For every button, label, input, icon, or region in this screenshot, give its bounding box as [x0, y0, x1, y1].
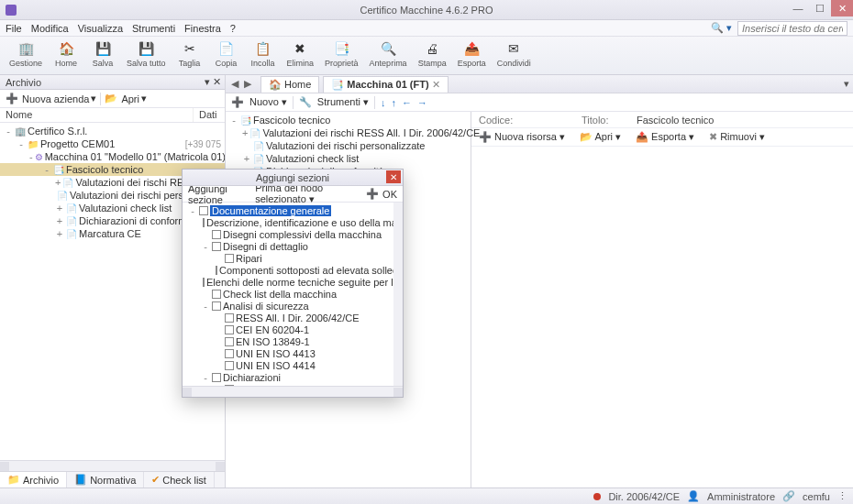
dialog-tree-node[interactable]: UNI EN ISO 4414 — [183, 359, 393, 371]
right-tree-node[interactable]: 📄Valutazioni dei rischi personalizzate — [226, 139, 471, 152]
status-dir: Dir. 2006/42/CE — [608, 491, 680, 502]
prop-nuova-risorsa[interactable]: ➕ Nuova risorsa ▾ — [479, 131, 565, 143]
checkbox[interactable] — [203, 218, 205, 227]
col-nome[interactable]: Nome — [0, 108, 194, 122]
minimize-button[interactable]: — — [787, 0, 809, 16]
col-dati[interactable]: Dati — [194, 108, 225, 122]
tree-node[interactable]: -🏢Certifico S.r.l. — [0, 125, 225, 137]
dialog-tree-node[interactable]: -Dichiarazioni — [183, 371, 393, 383]
doc-tab[interactable]: 🏠Home — [260, 76, 319, 93]
new-icon: ➕ — [231, 96, 244, 108]
dialog-tree[interactable]: -Documentazione generaleDescrizione, ide… — [183, 203, 403, 386]
dialog-tree-node[interactable]: Disegni complessivi della macchina — [183, 228, 393, 240]
tree-node[interactable]: -⚙Macchina 01 "Modello 01" (Matricola 01… — [0, 150, 225, 163]
nav-right-icon[interactable]: → — [417, 97, 427, 108]
titolo-value: Fascicolo tecnico — [637, 115, 714, 126]
dialog-tree-node[interactable]: Componenti sottoposti ad elevata solleci… — [183, 264, 393, 276]
checkbox[interactable] — [212, 242, 221, 251]
tree-header: Nome Dati — [0, 108, 225, 123]
menu-strumenti[interactable]: Strumenti — [132, 23, 175, 34]
tools-button[interactable]: Strumenti ▾ — [317, 96, 369, 108]
ribbon-home[interactable]: 🏠Home — [48, 38, 84, 72]
close-button[interactable]: ✕ — [831, 0, 853, 16]
menu-file[interactable]: File — [6, 23, 22, 34]
checkbox[interactable] — [225, 313, 234, 323]
ribbon-copia[interactable]: 📄Copia — [208, 38, 245, 72]
dialog-tree-node[interactable]: -Documentazione generale — [183, 204, 393, 216]
tabs-dropdown-icon[interactable]: ▾ — [844, 78, 849, 90]
dialog-titlebar[interactable]: Aggiungi sezioni ✕ — [183, 170, 403, 186]
ok-button[interactable]: OK — [382, 189, 397, 200]
properties-panel: Codice: Titolo: Fascicolo tecnico ➕ Nuov… — [471, 112, 853, 488]
new-button[interactable]: Nuovo ▾ — [249, 96, 287, 108]
menu-help[interactable]: ? — [230, 23, 236, 34]
left-tab-check-list[interactable]: ✔Check list — [144, 472, 215, 488]
prop-apri[interactable]: 📂 Apri ▾ — [580, 131, 621, 143]
dialog-tree-node[interactable]: Elenchi delle norme tecniche seguite per… — [183, 276, 393, 288]
right-tree-node[interactable]: -📑Fascicolo tecnico — [226, 114, 471, 126]
checkbox[interactable] — [203, 278, 205, 287]
open-button[interactable]: Apri ▾ — [121, 93, 147, 104]
checkbox[interactable] — [225, 349, 234, 358]
ribbon-elimina[interactable]: ✖Elimina — [282, 38, 320, 72]
checkbox[interactable] — [216, 266, 217, 275]
checkbox[interactable] — [225, 337, 234, 346]
dialog-toolbar: Aggiungi sezione Prima del nodo selezion… — [183, 186, 403, 203]
checkbox[interactable] — [225, 325, 234, 334]
left-pane-close-icon[interactable]: ▾ ✕ — [205, 76, 221, 88]
search-icon[interactable]: 🔍 ▾ — [711, 22, 732, 34]
dialog-scrollbar[interactable] — [183, 386, 403, 397]
checkbox[interactable] — [212, 301, 221, 311]
prop-rimuovi[interactable]: ✖ Rimuovi ▾ — [709, 131, 765, 143]
status-extra-icon[interactable]: ⋮ — [837, 490, 847, 502]
tab-nav-arrows[interactable]: ◀▶ — [229, 78, 253, 90]
ribbon-condividi[interactable]: ✉Condividi — [492, 38, 537, 72]
dialog-tree-node[interactable]: -Disegni di dettaglio — [183, 240, 393, 252]
ribbon-incolla[interactable]: 📋Incolla — [245, 38, 282, 72]
menu-modifica[interactable]: Modifica — [31, 23, 69, 34]
ribbon-proprietà[interactable]: 📑Proprietà — [319, 38, 364, 72]
doc-tab[interactable]: 📑Macchina 01 (FT)✕ — [323, 76, 448, 93]
dialog-tree-node[interactable]: -Analisi di sicurezza — [183, 300, 393, 312]
search-input[interactable] — [737, 21, 847, 36]
tree-node[interactable]: -📁Progetto CEM01[+39 075 — [0, 137, 225, 150]
ribbon-stampa[interactable]: 🖨Stampa — [413, 38, 452, 72]
maximize-button[interactable]: ☐ — [809, 0, 831, 16]
dialog-close-button[interactable]: ✕ — [386, 170, 401, 183]
dialog-tree-node[interactable]: CEI EN 60204-1 — [183, 323, 393, 335]
dialog-tree-node[interactable]: RESS All. I Dir. 2006/42/CE — [183, 312, 393, 323]
dialog-tree-node[interactable]: Descrizione, identificazione e uso della… — [183, 216, 393, 228]
prop-esporta[interactable]: 📤 Esporta ▾ — [636, 131, 694, 143]
ribbon-taglia[interactable]: ✂Taglia — [172, 38, 208, 72]
checkbox[interactable] — [225, 254, 234, 263]
checkbox[interactable] — [212, 290, 221, 299]
titolo-label: Titolo: — [582, 115, 626, 126]
dialog-tree-node[interactable]: Check list della macchina — [183, 288, 393, 300]
ribbon-esporta[interactable]: 📤Esporta — [452, 38, 492, 72]
ribbon-gestione[interactable]: 🏢Gestione — [4, 38, 48, 72]
add-section-button[interactable]: Aggiungi sezione — [188, 183, 251, 205]
ribbon-anteprima[interactable]: 🔍Anteprima — [364, 38, 413, 72]
dialog-tree-node[interactable]: EN ISO 13849-1 — [183, 335, 393, 347]
left-tab-archivio[interactable]: 📁Archivio — [0, 472, 67, 488]
checkbox[interactable] — [212, 373, 221, 382]
right-tree-node[interactable]: +📄Valutazioni dei rischi RESS All. I Dir… — [226, 126, 471, 139]
tab-close-icon[interactable]: ✕ — [432, 79, 440, 91]
left-scrollbar[interactable] — [0, 460, 225, 471]
nav-left-icon[interactable]: ← — [402, 97, 412, 108]
nav-up-icon[interactable]: ↑ — [392, 97, 397, 108]
ribbon-salva[interactable]: 💾Salva — [84, 38, 121, 72]
nav-down-icon[interactable]: ↓ — [381, 97, 386, 108]
left-tab-normativa[interactable]: 📘Normativa — [67, 472, 144, 488]
new-company-button[interactable]: Nuova azienda ▾ — [22, 93, 96, 104]
menu-visualizza[interactable]: Visualizza — [78, 23, 123, 34]
status-bar: Dir. 2006/42/CE 👤 Amministratore 🔗 cemfu… — [0, 488, 853, 504]
checkbox[interactable] — [225, 361, 234, 370]
checkbox[interactable] — [199, 206, 208, 215]
dialog-tree-node[interactable]: UNI EN ISO 4413 — [183, 347, 393, 359]
menu-finestra[interactable]: Finestra — [184, 23, 221, 34]
checkbox[interactable] — [212, 230, 221, 239]
right-tree-node[interactable]: +📄Valutazioni check list — [226, 152, 471, 165]
ribbon-salva-tutto[interactable]: 💾Salva tutto — [121, 38, 172, 72]
dialog-tree-node[interactable]: Ripari — [183, 252, 393, 264]
